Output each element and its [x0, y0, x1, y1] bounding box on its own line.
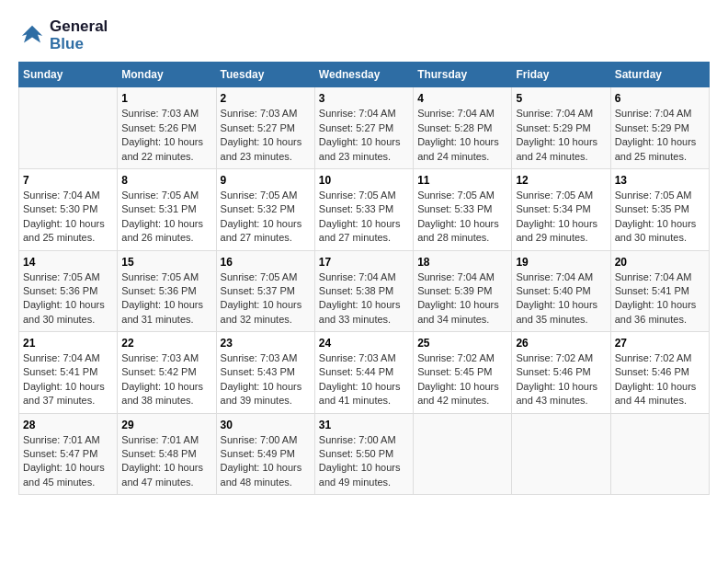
day-number: 18 [417, 256, 507, 269]
day-number: 11 [417, 174, 507, 187]
calendar-day-cell: 9Sunrise: 7:05 AMSunset: 5:32 PMDaylight… [216, 168, 314, 250]
day-info: Sunrise: 7:01 AMSunset: 5:47 PMDaylight:… [23, 433, 113, 490]
calendar-day-cell: 22Sunrise: 7:03 AMSunset: 5:42 PMDayligh… [118, 332, 216, 414]
day-of-week-header: Saturday [610, 63, 709, 87]
calendar-day-cell: 24Sunrise: 7:03 AMSunset: 5:44 PMDayligh… [314, 332, 413, 414]
logo-icon [18, 22, 46, 50]
calendar-day-cell: 18Sunrise: 7:04 AMSunset: 5:39 PMDayligh… [414, 250, 512, 332]
calendar-day-cell: 31Sunrise: 7:00 AMSunset: 5:50 PMDayligh… [314, 413, 413, 495]
day-info: Sunrise: 7:03 AMSunset: 5:26 PMDaylight:… [121, 107, 211, 164]
logo-text: General Blue [50, 18, 108, 52]
day-number: 17 [319, 256, 409, 269]
day-number: 31 [319, 419, 409, 431]
day-info: Sunrise: 7:05 AMSunset: 5:33 PMDaylight:… [417, 189, 507, 246]
day-number: 15 [121, 256, 211, 269]
calendar-day-cell: 26Sunrise: 7:02 AMSunset: 5:46 PMDayligh… [512, 332, 610, 414]
calendar-week-row: 21Sunrise: 7:04 AMSunset: 5:41 PMDayligh… [19, 332, 710, 414]
day-info: Sunrise: 7:04 AMSunset: 5:27 PMDaylight:… [319, 107, 409, 164]
day-number: 14 [23, 256, 113, 269]
day-info: Sunrise: 7:05 AMSunset: 5:31 PMDaylight:… [121, 189, 211, 246]
calendar-table: SundayMondayTuesdayWednesdayThursdayFrid… [18, 62, 710, 495]
day-number: 30 [221, 419, 311, 431]
calendar-day-cell: 3Sunrise: 7:04 AMSunset: 5:27 PMDaylight… [314, 87, 413, 169]
calendar-day-cell: 13Sunrise: 7:05 AMSunset: 5:35 PMDayligh… [610, 168, 709, 250]
calendar-day-cell: 11Sunrise: 7:05 AMSunset: 5:33 PMDayligh… [414, 168, 512, 250]
day-number: 28 [23, 419, 113, 431]
calendar-day-cell: 1Sunrise: 7:03 AMSunset: 5:26 PMDaylight… [118, 87, 216, 169]
day-number: 23 [221, 337, 311, 350]
calendar-day-cell: 17Sunrise: 7:04 AMSunset: 5:38 PMDayligh… [314, 250, 413, 332]
day-number: 25 [417, 337, 507, 350]
day-info: Sunrise: 7:02 AMSunset: 5:45 PMDaylight:… [417, 351, 507, 408]
calendar-day-cell: 29Sunrise: 7:01 AMSunset: 5:48 PMDayligh… [118, 413, 216, 495]
calendar-day-cell [512, 413, 610, 495]
day-number: 16 [221, 256, 311, 269]
day-of-week-header: Friday [512, 63, 610, 87]
calendar-day-cell: 14Sunrise: 7:05 AMSunset: 5:36 PMDayligh… [19, 250, 118, 332]
calendar-day-cell: 25Sunrise: 7:02 AMSunset: 5:45 PMDayligh… [414, 332, 512, 414]
day-info: Sunrise: 7:05 AMSunset: 5:32 PMDaylight:… [221, 189, 311, 246]
day-info: Sunrise: 7:04 AMSunset: 5:38 PMDaylight:… [319, 270, 409, 327]
calendar-day-cell: 30Sunrise: 7:00 AMSunset: 5:49 PMDayligh… [216, 413, 314, 495]
day-number: 13 [615, 174, 705, 187]
day-number: 29 [121, 419, 211, 431]
day-info: Sunrise: 7:05 AMSunset: 5:34 PMDaylight:… [516, 189, 606, 246]
calendar-day-cell: 16Sunrise: 7:05 AMSunset: 5:37 PMDayligh… [216, 250, 314, 332]
day-info: Sunrise: 7:03 AMSunset: 5:44 PMDaylight:… [319, 351, 409, 408]
calendar-week-row: 7Sunrise: 7:04 AMSunset: 5:30 PMDaylight… [19, 168, 710, 250]
day-info: Sunrise: 7:04 AMSunset: 5:41 PMDaylight:… [23, 351, 113, 408]
day-number: 5 [516, 92, 606, 105]
day-info: Sunrise: 7:03 AMSunset: 5:27 PMDaylight:… [221, 107, 311, 164]
day-info: Sunrise: 7:04 AMSunset: 5:29 PMDaylight:… [516, 107, 606, 164]
day-info: Sunrise: 7:03 AMSunset: 5:42 PMDaylight:… [121, 351, 211, 408]
calendar-day-cell: 20Sunrise: 7:04 AMSunset: 5:41 PMDayligh… [610, 250, 709, 332]
page-header: General Blue [18, 18, 710, 52]
calendar-day-cell: 28Sunrise: 7:01 AMSunset: 5:47 PMDayligh… [19, 413, 118, 495]
day-number: 6 [615, 92, 705, 105]
calendar-day-cell: 15Sunrise: 7:05 AMSunset: 5:36 PMDayligh… [118, 250, 216, 332]
calendar-day-cell [19, 87, 118, 169]
calendar-day-cell: 6Sunrise: 7:04 AMSunset: 5:29 PMDaylight… [610, 87, 709, 169]
day-number: 8 [121, 174, 211, 187]
calendar-day-cell: 4Sunrise: 7:04 AMSunset: 5:28 PMDaylight… [414, 87, 512, 169]
calendar-day-cell: 23Sunrise: 7:03 AMSunset: 5:43 PMDayligh… [216, 332, 314, 414]
day-info: Sunrise: 7:04 AMSunset: 5:39 PMDaylight:… [417, 270, 507, 327]
day-info: Sunrise: 7:05 AMSunset: 5:36 PMDaylight:… [23, 270, 113, 327]
day-info: Sunrise: 7:02 AMSunset: 5:46 PMDaylight:… [615, 351, 705, 408]
day-number: 10 [319, 174, 409, 187]
day-info: Sunrise: 7:04 AMSunset: 5:41 PMDaylight:… [615, 270, 705, 327]
day-info: Sunrise: 7:05 AMSunset: 5:35 PMDaylight:… [615, 189, 705, 246]
calendar-day-cell: 10Sunrise: 7:05 AMSunset: 5:33 PMDayligh… [314, 168, 413, 250]
day-info: Sunrise: 7:04 AMSunset: 5:40 PMDaylight:… [516, 270, 606, 327]
day-number: 27 [615, 337, 705, 350]
day-info: Sunrise: 7:00 AMSunset: 5:50 PMDaylight:… [319, 433, 409, 490]
day-of-week-header: Tuesday [216, 63, 314, 87]
day-of-week-header: Sunday [19, 63, 118, 87]
logo: General Blue [18, 18, 108, 52]
calendar-day-cell: 7Sunrise: 7:04 AMSunset: 5:30 PMDaylight… [19, 168, 118, 250]
day-number: 4 [417, 92, 507, 105]
day-number: 20 [615, 256, 705, 269]
day-of-week-header: Monday [118, 63, 216, 87]
day-number: 19 [516, 256, 606, 269]
day-of-week-header: Thursday [414, 63, 512, 87]
calendar-day-cell: 21Sunrise: 7:04 AMSunset: 5:41 PMDayligh… [19, 332, 118, 414]
calendar-day-cell: 8Sunrise: 7:05 AMSunset: 5:31 PMDaylight… [118, 168, 216, 250]
day-number: 7 [23, 174, 113, 187]
day-info: Sunrise: 7:02 AMSunset: 5:46 PMDaylight:… [516, 351, 606, 408]
calendar-week-row: 28Sunrise: 7:01 AMSunset: 5:47 PMDayligh… [19, 413, 710, 495]
calendar-day-cell: 19Sunrise: 7:04 AMSunset: 5:40 PMDayligh… [512, 250, 610, 332]
day-info: Sunrise: 7:01 AMSunset: 5:48 PMDaylight:… [121, 433, 211, 490]
day-info: Sunrise: 7:05 AMSunset: 5:36 PMDaylight:… [121, 270, 211, 327]
calendar-day-cell: 5Sunrise: 7:04 AMSunset: 5:29 PMDaylight… [512, 87, 610, 169]
day-info: Sunrise: 7:04 AMSunset: 5:29 PMDaylight:… [615, 107, 705, 164]
calendar-day-cell [610, 413, 709, 495]
svg-marker-0 [22, 25, 43, 42]
day-number: 21 [23, 337, 113, 350]
day-info: Sunrise: 7:05 AMSunset: 5:33 PMDaylight:… [319, 189, 409, 246]
calendar-week-row: 1Sunrise: 7:03 AMSunset: 5:26 PMDaylight… [19, 87, 710, 169]
calendar-day-cell: 27Sunrise: 7:02 AMSunset: 5:46 PMDayligh… [610, 332, 709, 414]
day-number: 22 [121, 337, 211, 350]
day-number: 26 [516, 337, 606, 350]
day-info: Sunrise: 7:03 AMSunset: 5:43 PMDaylight:… [221, 351, 311, 408]
